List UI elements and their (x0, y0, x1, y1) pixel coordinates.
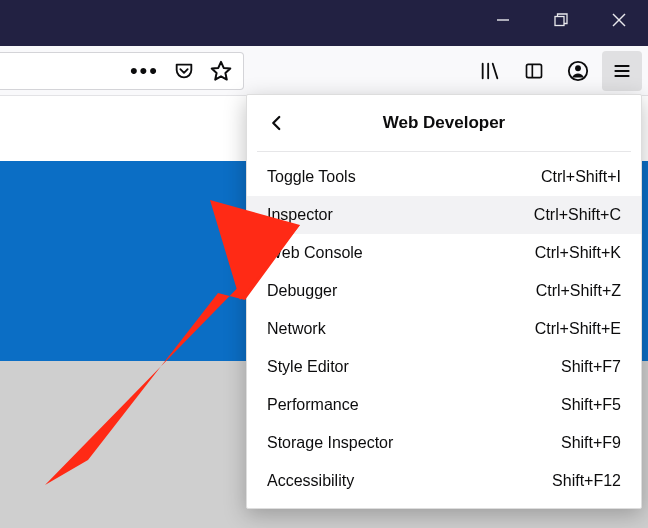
web-developer-submenu: Web Developer Toggle ToolsCtrl+Shift+IIn… (246, 94, 642, 509)
submenu-item-web-console[interactable]: Web ConsoleCtrl+Shift+K (247, 234, 641, 272)
submenu-item-shortcut: Ctrl+Shift+I (541, 168, 621, 186)
toolbar: ••• (0, 46, 648, 96)
submenu-items: Toggle ToolsCtrl+Shift+IInspectorCtrl+Sh… (247, 158, 641, 500)
submenu-separator (257, 151, 631, 152)
titlebar (0, 0, 648, 46)
svg-rect-8 (527, 64, 542, 77)
submenu-item-label: Style Editor (267, 358, 349, 376)
library-icon[interactable] (470, 51, 510, 91)
toolbar-icons (470, 51, 648, 91)
submenu-item-style-editor[interactable]: Style EditorShift+F7 (247, 348, 641, 386)
submenu-item-shortcut: Ctrl+Shift+E (535, 320, 621, 338)
url-bar[interactable]: ••• (0, 52, 244, 90)
sidebar-icon[interactable] (514, 51, 554, 91)
submenu-item-toggle-tools[interactable]: Toggle ToolsCtrl+Shift+I (247, 158, 641, 196)
submenu-item-label: Debugger (267, 282, 337, 300)
pocket-icon[interactable] (173, 60, 195, 82)
submenu-item-shortcut: Ctrl+Shift+C (534, 206, 621, 224)
submenu-item-label: Storage Inspector (267, 434, 393, 452)
close-button[interactable] (590, 0, 648, 40)
submenu-item-shortcut: Ctrl+Shift+K (535, 244, 621, 262)
submenu-item-shortcut: Shift+F12 (552, 472, 621, 490)
submenu-item-inspector[interactable]: InspectorCtrl+Shift+C (247, 196, 641, 234)
minimize-button[interactable] (474, 0, 532, 40)
submenu-item-accessibility[interactable]: AccessibilityShift+F12 (247, 462, 641, 500)
submenu-title: Web Developer (247, 113, 641, 133)
submenu-item-label: Performance (267, 396, 359, 414)
submenu-item-shortcut: Ctrl+Shift+Z (536, 282, 621, 300)
window-root: ••• (0, 0, 648, 528)
svg-marker-4 (212, 61, 231, 79)
submenu-item-shortcut: Shift+F9 (561, 434, 621, 452)
account-icon[interactable] (558, 51, 598, 91)
hamburger-menu-button[interactable] (602, 51, 642, 91)
submenu-item-label: Inspector (267, 206, 333, 224)
submenu-item-label: Accessibility (267, 472, 354, 490)
submenu-item-label: Network (267, 320, 326, 338)
submenu-header: Web Developer (247, 95, 641, 151)
submenu-item-debugger[interactable]: DebuggerCtrl+Shift+Z (247, 272, 641, 310)
submenu-item-network[interactable]: NetworkCtrl+Shift+E (247, 310, 641, 348)
page-actions-icon[interactable]: ••• (130, 60, 159, 82)
svg-rect-1 (555, 17, 564, 26)
submenu-item-storage-inspector[interactable]: Storage InspectorShift+F9 (247, 424, 641, 462)
submenu-item-performance[interactable]: PerformanceShift+F5 (247, 386, 641, 424)
svg-point-11 (575, 65, 581, 71)
submenu-back-button[interactable] (263, 109, 291, 137)
submenu-item-label: Web Console (267, 244, 363, 262)
submenu-item-label: Toggle Tools (267, 168, 356, 186)
submenu-item-shortcut: Shift+F5 (561, 396, 621, 414)
maximize-button[interactable] (532, 0, 590, 40)
svg-line-7 (493, 63, 498, 78)
submenu-item-shortcut: Shift+F7 (561, 358, 621, 376)
bookmark-star-icon[interactable] (209, 59, 233, 83)
